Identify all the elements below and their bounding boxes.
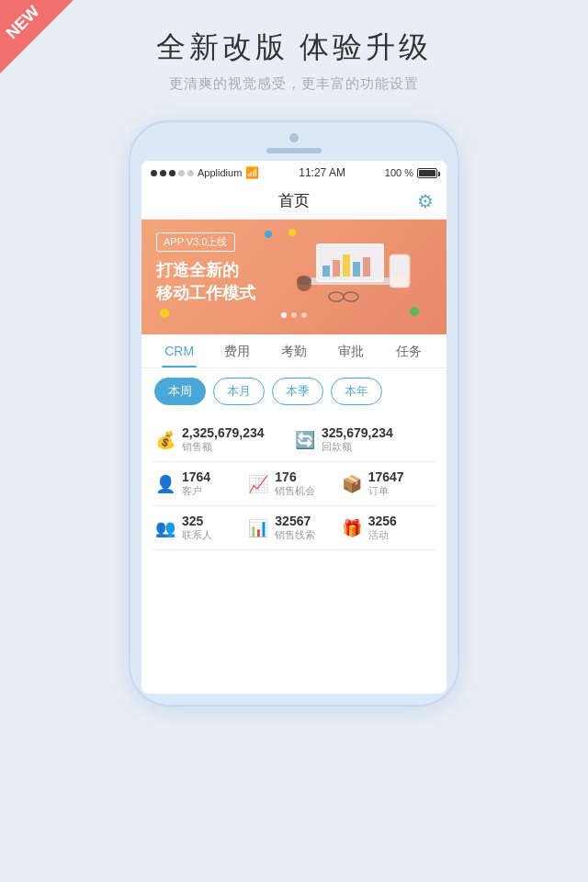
- activities-label: 活动: [368, 528, 397, 542]
- stat-activities: 🎁 3256 活动: [341, 514, 434, 542]
- battery-icon: [417, 168, 437, 178]
- svg-rect-3: [322, 266, 330, 277]
- stat-return-amount: 🔄 325,679,234 回款额: [294, 425, 434, 454]
- status-right: 100 %: [385, 167, 437, 178]
- battery-percent: 100 %: [385, 167, 413, 178]
- header-subtitle: 更清爽的视觉感受，更丰富的功能设置: [0, 75, 588, 93]
- activities-icon: 🎁: [341, 518, 363, 538]
- signal-dot-4: [178, 170, 185, 176]
- status-time: 11:27 AM: [299, 166, 345, 179]
- settings-icon[interactable]: ⚙: [417, 190, 434, 212]
- stat-contacts: 👥 325 联系人: [154, 514, 247, 542]
- svg-point-11: [297, 276, 311, 285]
- banner-dots: [156, 312, 432, 318]
- filter-this-month[interactable]: 本月: [213, 378, 265, 405]
- filter-this-year[interactable]: 本年: [331, 378, 382, 405]
- banner-dot-1[interactable]: [281, 312, 287, 318]
- leads-value: 32567: [275, 514, 315, 528]
- header-section: 全新改版 体验升级 更清爽的视觉感受，更丰富的功能设置: [0, 0, 588, 111]
- filter-this-week[interactable]: 本周: [154, 378, 206, 405]
- signal-dot-1: [151, 170, 157, 176]
- svg-rect-4: [333, 260, 340, 277]
- phone-container: Applidium 📶 11:27 AM 100 % 首页 ⚙: [0, 111, 588, 707]
- return-amount-value: 325,679,234: [322, 425, 393, 440]
- tab-task[interactable]: 任务: [380, 334, 437, 368]
- stat-sales-amount: 💰 2,325,679,234 销售额: [154, 425, 294, 454]
- signal-dot-3: [169, 170, 175, 176]
- carrier-name: Applidium: [198, 167, 242, 178]
- banner-tag: APP V3.0上线: [156, 232, 235, 252]
- stats-section: 💰 2,325,679,234 销售额 🔄 325,679,234 回款额: [141, 414, 447, 554]
- stat-orders: 📦 17647 订单: [341, 469, 434, 498]
- svg-rect-9: [391, 259, 408, 277]
- battery-fill: [419, 170, 435, 176]
- banner-dot-3[interactable]: [301, 312, 307, 318]
- banner-dot-2[interactable]: [291, 312, 297, 318]
- signal-dot-2: [160, 170, 166, 176]
- svg-rect-6: [353, 262, 360, 277]
- customers-value: 1764: [182, 469, 210, 484]
- svg-rect-5: [343, 254, 350, 277]
- svg-rect-7: [363, 257, 370, 277]
- tab-attendance[interactable]: 考勤: [266, 334, 322, 368]
- sales-amount-label: 销售额: [182, 440, 265, 454]
- phone-outer: Applidium 📶 11:27 AM 100 % 首页 ⚙: [129, 120, 459, 707]
- status-dots: [151, 170, 194, 176]
- wifi-icon: 📶: [245, 166, 259, 179]
- activities-value: 3256: [368, 514, 397, 528]
- banner: APP V3.0上线 打造全新的 移动工作模式: [141, 220, 447, 334]
- stat-sales-opportunities: 📈 176 销售机会: [247, 469, 340, 498]
- phone-speaker: [266, 148, 322, 153]
- tab-crm[interactable]: CRM: [151, 334, 208, 368]
- contacts-label: 联系人: [182, 528, 212, 542]
- customers-label: 客户: [182, 484, 210, 498]
- phone-screen: Applidium 📶 11:27 AM 100 % 首页 ⚙: [141, 161, 447, 694]
- header-title: 全新改版 体验升级: [0, 28, 588, 68]
- order-icon: 📦: [341, 474, 363, 494]
- orders-value: 17647: [368, 469, 404, 484]
- leads-label: 销售线索: [275, 528, 315, 542]
- svg-point-12: [329, 292, 344, 301]
- opportunities-value: 176: [275, 469, 315, 484]
- money-bag-icon: 💰: [154, 430, 176, 450]
- tabs-row: CRM 费用 考勤 审批 任务: [141, 334, 447, 368]
- contacts-icon: 👥: [154, 518, 176, 538]
- stat-customers: 👤 1764 客户: [154, 469, 247, 498]
- banner-illustration: [290, 227, 437, 310]
- stats-row-3: 👥 325 联系人 📊 32567 销售线索: [151, 506, 437, 550]
- chart-up-icon: 📈: [247, 474, 269, 494]
- tab-expense[interactable]: 费用: [208, 334, 265, 368]
- return-icon: 🔄: [294, 430, 316, 450]
- tab-approval[interactable]: 审批: [322, 334, 379, 368]
- status-left: Applidium 📶: [151, 166, 259, 179]
- signal-dot-5: [187, 170, 194, 176]
- filter-row: 本周 本月 本季 本年: [141, 368, 447, 414]
- return-amount-label: 回款额: [322, 440, 393, 454]
- sales-amount-value: 2,325,679,234: [182, 425, 265, 440]
- nav-title: 首页: [278, 190, 310, 211]
- contacts-value: 325: [182, 514, 212, 528]
- deco-dot-2: [265, 231, 272, 238]
- customer-icon: 👤: [154, 474, 176, 494]
- opportunities-label: 销售机会: [275, 484, 315, 498]
- stats-row-2: 👤 1764 客户 📈 176 销售机会 �: [151, 462, 437, 506]
- orders-label: 订单: [368, 484, 404, 498]
- phone-camera: [289, 133, 299, 142]
- leads-icon: 📊: [247, 518, 269, 538]
- filter-this-quarter[interactable]: 本季: [272, 378, 323, 405]
- svg-point-13: [344, 292, 358, 301]
- nav-bar: 首页 ⚙: [141, 183, 447, 220]
- stat-leads: 📊 32567 销售线索: [247, 514, 340, 542]
- stats-row-1: 💰 2,325,679,234 销售额 🔄 325,679,234 回款额: [151, 418, 437, 462]
- status-bar: Applidium 📶 11:27 AM 100 %: [141, 161, 447, 183]
